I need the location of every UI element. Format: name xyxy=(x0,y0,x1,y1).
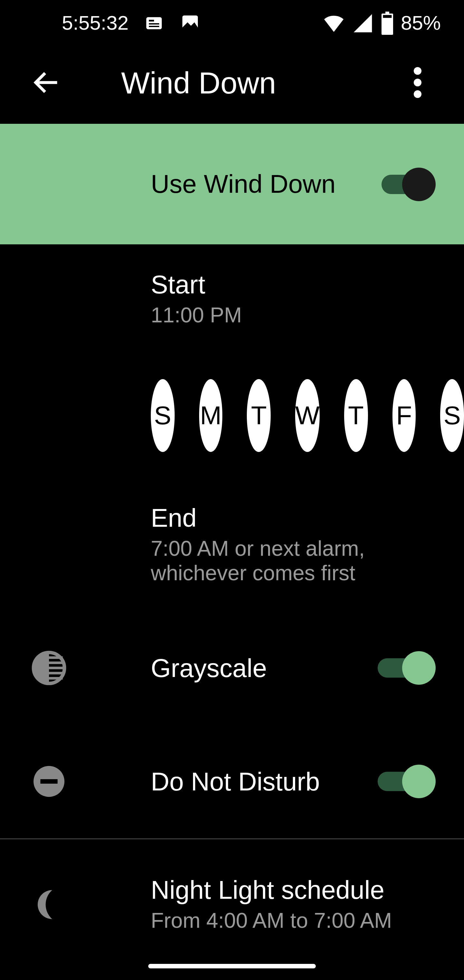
svg-point-8 xyxy=(414,67,421,75)
day-chip-thu[interactable]: T xyxy=(344,379,368,452)
grayscale-icon xyxy=(29,648,70,689)
battery-percent: 85% xyxy=(401,12,441,35)
grayscale-row[interactable]: Grayscale xyxy=(0,611,464,725)
wifi-icon xyxy=(322,12,345,35)
dnd-label: Do Not Disturb xyxy=(151,767,378,796)
end-subtitle: 7:00 AM or next alarm, whichever comes f… xyxy=(151,536,438,585)
day-chip-sat[interactable]: S xyxy=(440,379,464,452)
cell-signal-icon xyxy=(352,12,374,34)
night-light-title: Night Light schedule xyxy=(151,875,438,905)
end-time-row[interactable]: End 7:00 AM or next alarm, whichever com… xyxy=(0,478,464,611)
svg-rect-2 xyxy=(149,23,159,24)
overflow-menu-button[interactable] xyxy=(387,52,448,113)
day-chip-mon[interactable]: M xyxy=(199,379,222,452)
start-time-value: 11:00 PM xyxy=(151,303,438,328)
dnd-switch[interactable] xyxy=(378,761,438,802)
day-chip-fri[interactable]: F xyxy=(392,379,416,452)
svg-rect-5 xyxy=(385,12,389,14)
status-time: 5:55:32 xyxy=(62,12,129,35)
battery-icon xyxy=(380,12,394,35)
master-toggle-row[interactable]: Use Wind Down xyxy=(0,124,464,244)
status-right: 85% xyxy=(322,12,441,35)
dnd-row[interactable]: Do Not Disturb xyxy=(0,725,464,838)
status-left: 5:55:32 xyxy=(62,12,201,35)
photos-icon xyxy=(180,13,201,33)
end-title: End xyxy=(151,504,438,533)
back-button[interactable] xyxy=(16,52,77,113)
svg-point-9 xyxy=(414,79,421,86)
night-light-row[interactable]: Night Light schedule From 4:00 AM to 7:0… xyxy=(0,840,464,969)
day-chip-sun[interactable]: S xyxy=(151,379,174,452)
page-title: Wind Down xyxy=(121,65,387,100)
svg-rect-1 xyxy=(149,20,154,21)
grayscale-switch[interactable] xyxy=(378,648,438,689)
master-toggle-label: Use Wind Down xyxy=(151,170,381,199)
start-title: Start xyxy=(151,270,438,299)
master-switch[interactable] xyxy=(381,164,438,205)
moon-icon xyxy=(29,884,70,925)
svg-rect-7 xyxy=(383,15,391,18)
status-bar: 5:55:32 85% xyxy=(0,0,464,46)
start-time-row[interactable]: Start 11:00 PM xyxy=(0,244,464,353)
day-chip-tue[interactable]: T xyxy=(247,379,271,452)
navigation-pill[interactable] xyxy=(148,964,316,968)
svg-point-10 xyxy=(414,90,421,98)
days-row: S M T W T F S xyxy=(0,353,464,478)
do-not-disturb-icon xyxy=(29,761,70,802)
svg-rect-18 xyxy=(40,779,57,784)
svg-rect-3 xyxy=(149,26,159,27)
grayscale-label: Grayscale xyxy=(151,654,378,682)
news-icon xyxy=(144,13,165,33)
day-chip-wed[interactable]: W xyxy=(295,379,319,452)
app-bar: Wind Down xyxy=(0,46,464,119)
night-light-subtitle: From 4:00 AM to 7:00 AM xyxy=(151,908,438,933)
